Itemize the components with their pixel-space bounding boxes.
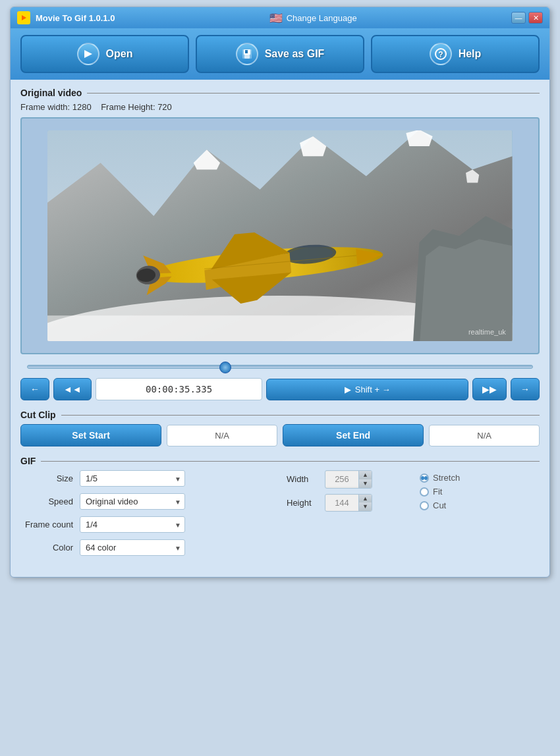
- radio-group: Stretch Fit Cut: [420, 470, 540, 510]
- width-spin-buttons: ▲ ▼: [358, 471, 372, 488]
- cut-radio[interactable]: [420, 501, 429, 510]
- toolbar: Open Save as GIF ? Help: [11, 28, 549, 80]
- prev-icon: ←: [30, 384, 40, 394]
- video-inner: realtime_uk: [47, 130, 513, 341]
- size-label: Size: [20, 473, 80, 483]
- fit-label: Fit: [433, 487, 442, 497]
- speed-select[interactable]: Original video 0.5x 1x 2x: [80, 493, 185, 510]
- frame-count-select[interactable]: 1/4 1/2 1/3 All: [80, 516, 185, 533]
- app-title: Movie To Gif 1.0.1.0: [36, 13, 115, 23]
- svg-rect-6: [245, 50, 248, 53]
- size-select-wrapper: 1/5 1/4 1/3 1/2 Original ▼: [80, 470, 185, 487]
- color-select[interactable]: 64 color 128 color 256 color: [80, 539, 185, 556]
- app-icon: [17, 11, 30, 24]
- gif-title: GIF: [20, 456, 540, 466]
- cut-option[interactable]: Cut: [420, 500, 540, 510]
- svg-rect-5: [244, 55, 250, 59]
- svg-marker-18: [420, 239, 513, 341]
- shift-label: Shift + →: [355, 385, 391, 394]
- width-up-button[interactable]: ▲: [358, 471, 372, 479]
- set-start-button[interactable]: Set Start: [20, 424, 161, 446]
- height-spinbox: 144 ▲ ▼: [325, 494, 372, 512]
- save-as-gif-button[interactable]: Save as GIF: [196, 35, 364, 73]
- main-window: Movie To Gif 1.0.1.0 🇺🇸 Change Language …: [10, 7, 550, 578]
- frame-info: Frame width: 1280 Frame Height: 720: [20, 102, 540, 112]
- play-icon: ▶: [345, 385, 351, 394]
- prev-frame-button[interactable]: ←: [20, 378, 49, 400]
- content-area: Original video Frame width: 1280 Frame H…: [11, 80, 549, 577]
- next-frame-button[interactable]: →: [511, 378, 540, 400]
- open-icon: [77, 43, 99, 65]
- aspect-ratio-group: Stretch Fit Cut: [420, 470, 540, 517]
- set-end-button[interactable]: Set End: [283, 424, 424, 446]
- rewind-icon: ◄◄: [63, 384, 82, 394]
- speed-row: Speed Original video 0.5x 1x 2x ▼: [20, 493, 273, 510]
- open-label: Open: [106, 48, 133, 60]
- color-select-wrapper: 64 color 128 color 256 color ▼: [80, 539, 185, 556]
- frame-height-label: Frame Height:: [101, 102, 155, 112]
- cut-clip-section: Cut Clip Set Start N/A Set End N/A: [20, 410, 540, 446]
- height-row: Height 144 ▲ ▼: [287, 494, 406, 512]
- stretch-option[interactable]: Stretch: [420, 473, 540, 483]
- fit-radio[interactable]: [420, 487, 429, 497]
- save-gif-icon: [236, 43, 258, 65]
- frame-count-select-wrapper: 1/4 1/2 1/3 All ▼: [80, 516, 185, 533]
- close-button[interactable]: ✕: [528, 12, 543, 24]
- speed-select-wrapper: Original video 0.5x 1x 2x ▼: [80, 493, 185, 510]
- width-label: Width: [287, 474, 320, 484]
- play-shift-button[interactable]: ▶ Shift + →: [266, 379, 468, 400]
- minimize-button[interactable]: —: [511, 12, 526, 24]
- watermark: realtime_uk: [468, 328, 506, 336]
- svg-text:?: ?: [438, 50, 443, 59]
- cut-label: Cut: [433, 500, 446, 510]
- stretch-radio[interactable]: [420, 473, 429, 483]
- time-display: 00:00:35.335: [96, 378, 263, 400]
- next-icon: →: [520, 384, 530, 394]
- height-value: 144: [325, 495, 358, 510]
- width-spinbox: 256 ▲ ▼: [325, 470, 372, 489]
- stretch-label: Stretch: [433, 473, 460, 483]
- end-value-display: N/A: [429, 425, 540, 446]
- flag-icon: 🇺🇸: [269, 12, 283, 24]
- frame-count-label: Frame count: [20, 520, 80, 529]
- gif-controls: Size 1/5 1/4 1/3 1/2 Original ▼: [20, 470, 540, 562]
- color-row: Color 64 color 128 color 256 color ▼: [20, 539, 273, 556]
- rewind-button[interactable]: ◄◄: [53, 378, 92, 400]
- playback-controls: ← ◄◄ 00:00:35.335 ▶ Shift + → ▶▶ →: [20, 378, 540, 400]
- video-slider-thumb[interactable]: [219, 362, 231, 373]
- video-preview: realtime_uk: [20, 117, 540, 354]
- help-icon: ?: [430, 43, 452, 65]
- fit-option[interactable]: Fit: [420, 487, 540, 497]
- size-select[interactable]: 1/5 1/4 1/3 1/2 Original: [80, 470, 185, 487]
- save-gif-label: Save as GIF: [265, 48, 325, 60]
- original-video-section: Original video Frame width: 1280 Frame H…: [20, 88, 540, 400]
- gif-right-panel: Width 256 ▲ ▼: [287, 470, 540, 562]
- width-down-button[interactable]: ▼: [358, 479, 372, 488]
- fast-forward-icon: ▶▶: [482, 384, 497, 394]
- gif-left-panel: Size 1/5 1/4 1/3 1/2 Original ▼: [20, 470, 273, 562]
- gif-section: GIF Size 1/5 1/4 1/3 1/2: [20, 456, 540, 562]
- frame-count-row: Frame count 1/4 1/2 1/3 All ▼: [20, 516, 273, 533]
- start-value-display: N/A: [167, 425, 277, 446]
- width-value: 256: [325, 472, 358, 487]
- help-label: Help: [459, 48, 482, 60]
- frame-width-label: Frame width:: [20, 102, 70, 112]
- svg-marker-2: [84, 50, 92, 58]
- height-label: Height: [287, 498, 320, 508]
- height-down-button[interactable]: ▼: [358, 502, 372, 511]
- video-slider-track[interactable]: [27, 365, 533, 369]
- fast-forward-button[interactable]: ▶▶: [472, 378, 507, 400]
- open-button[interactable]: Open: [20, 35, 189, 73]
- height-up-button[interactable]: ▲: [358, 495, 372, 503]
- cut-controls: Set Start N/A Set End N/A: [20, 424, 540, 446]
- size-row: Size 1/5 1/4 1/3 1/2 Original ▼: [20, 470, 273, 487]
- gif-right-top: Width 256 ▲ ▼: [287, 470, 540, 517]
- width-row: Width 256 ▲ ▼: [287, 470, 406, 489]
- language-selector[interactable]: 🇺🇸 Change Language: [269, 12, 357, 24]
- frame-height-value: 720: [157, 102, 172, 112]
- titlebar-left: Movie To Gif 1.0.1.0: [17, 11, 115, 24]
- video-slider-container: [20, 361, 540, 373]
- original-video-title: Original video: [20, 88, 540, 98]
- height-spin-buttons: ▲ ▼: [358, 495, 372, 512]
- help-button[interactable]: ? Help: [371, 35, 540, 73]
